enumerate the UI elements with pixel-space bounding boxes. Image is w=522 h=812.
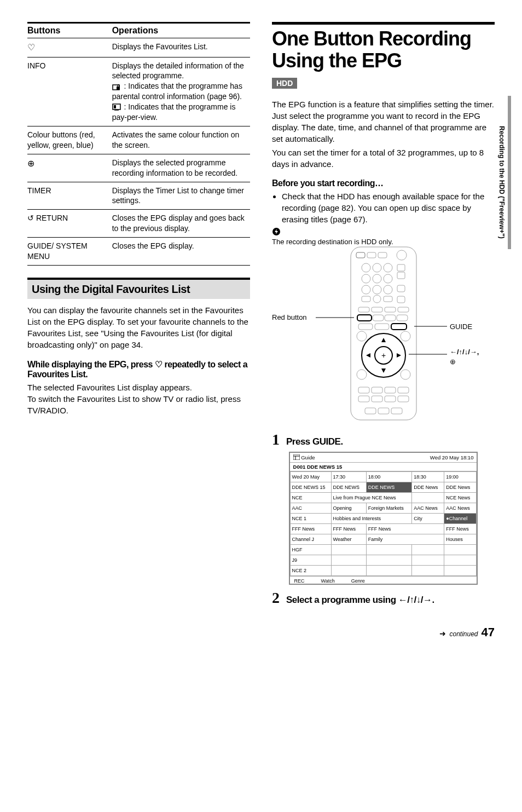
section-heading-favourites: Using the Digital Favourites List: [27, 278, 250, 299]
heart-icon: ♡: [27, 42, 35, 54]
epg-footer-genre: Genre: [351, 578, 365, 584]
op-text: Displays the selected programme recordin…: [112, 154, 250, 182]
epg-grid: Wed 20 May 17:3018:00 18:3019:00 DDE NEW…: [290, 471, 477, 576]
table-row: TIMER Displays the Timer List to change …: [27, 182, 250, 210]
page-number: 47: [482, 625, 495, 640]
buttons-operations-table: Buttons Operations ♡ Displays the Favour…: [27, 22, 250, 266]
page-title: One Button Recording Using the EPG: [272, 22, 495, 71]
step-number-2: 2: [272, 590, 280, 606]
return-icon: ↺: [27, 214, 34, 222]
bullet-item: Check that the HDD has enough available …: [282, 191, 495, 225]
step-text-1: Press GUIDE.: [286, 436, 343, 447]
subheading-before-start: Before you start recording…: [272, 178, 495, 188]
zoom-plus-icon: ⊕: [27, 158, 34, 170]
page-footer: ➜ continued 47: [27, 625, 495, 640]
epg-clock: Wed 20 May 18:10: [430, 454, 474, 460]
label-zoom-plus: ⊕: [450, 358, 456, 366]
continued-arrow-icon: ➜: [439, 629, 446, 638]
svg-rect-1: [117, 87, 120, 90]
sidebar-section-label: Recording to the HDD ("Freeview+"): [498, 126, 506, 239]
btn-text: TIMER: [27, 182, 112, 210]
paragraph: The selected Favourites List display app…: [27, 382, 250, 416]
svg-rect-63: [293, 454, 300, 460]
op-text: Displays the Favourites List.: [112, 38, 250, 57]
th-buttons: Buttons: [27, 23, 112, 38]
epg-channel-title: D001 DDE NEWS 15: [290, 463, 477, 471]
paragraph: You can set the timer for a total of 32 …: [272, 147, 495, 170]
label-red-button: Red button: [272, 313, 307, 321]
right-column: One Button Recording Using the EPG HDD T…: [272, 22, 495, 609]
svg-rect-3: [114, 105, 116, 108]
hdd-badge: HDD: [272, 78, 297, 89]
left-column: Buttons Operations ♡ Displays the Favour…: [27, 22, 250, 609]
table-row: ♡ Displays the Favourites List.: [27, 38, 250, 57]
table-row: Colour buttons (red, yellow, green, blue…: [27, 126, 250, 154]
step-number-1: 1: [272, 432, 280, 447]
table-row: GUIDE/ SYSTEM MENU Closes the EPG displa…: [27, 238, 250, 266]
epg-footer-rec: REC: [294, 578, 305, 584]
label-guide: GUIDE: [450, 323, 472, 331]
note-icon: [272, 227, 495, 239]
op-text: Activates the same colour function on th…: [112, 126, 250, 154]
epg-footer-watch: Watch: [321, 578, 335, 584]
epg-guide-label: Guide: [293, 454, 315, 460]
subheading-while-displaying: While displaying the EPG, press ♡ repeat…: [27, 359, 250, 379]
paragraph: You can display the favourite channels s…: [27, 304, 250, 350]
table-row: ↺ RETURN Closes the EPG display and goes…: [27, 210, 250, 238]
op-text: Closes the EPG display.: [112, 238, 250, 266]
btn-text: GUIDE/ SYSTEM MENU: [27, 238, 112, 266]
th-operations: Operations: [112, 23, 250, 38]
op-text: Displays the detailed information of the…: [112, 57, 250, 126]
sidebar-accent-bar: [508, 96, 511, 249]
btn-text: Colour buttons (red, yellow, green, blue…: [27, 126, 112, 154]
op-text: Displays the Timer List to change timer …: [112, 182, 250, 210]
table-row: INFO Displays the detailed information o…: [27, 57, 250, 126]
remote-diagram: +: [272, 246, 495, 427]
btn-text: INFO: [27, 57, 112, 126]
pay-tv-icon: [112, 102, 124, 111]
note-text: The recording destination is HDD only.: [272, 238, 495, 246]
label-arrows: ←/↑/↓/→,: [450, 348, 479, 356]
lock-icon: [112, 82, 124, 90]
op-text: Closes the EPG display and goes back to …: [112, 210, 250, 238]
epg-screenshot: Guide Wed 20 May 18:10 D001 DDE NEWS 15 …: [289, 452, 478, 585]
paragraph: The EPG function is a feature that simpl…: [272, 99, 495, 145]
heart-icon: ♡: [155, 360, 163, 369]
table-row: ⊕ Displays the selected programme record…: [27, 154, 250, 182]
continued-label: continued: [449, 630, 478, 638]
btn-text: ↺ RETURN: [27, 210, 112, 238]
step-text-2: Select a programme using ←/↑/↓/→.: [286, 595, 434, 606]
